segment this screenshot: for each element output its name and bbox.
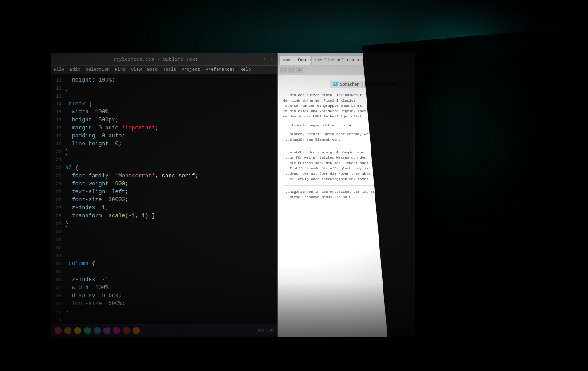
maximize-label: □ bbox=[264, 57, 267, 62]
editor-menu-bar: File Edit Selection Find View Goto Tools… bbox=[51, 66, 277, 74]
code-line-14: 14 .block { bbox=[51, 100, 277, 108]
taskbar: 600 500 bbox=[51, 324, 277, 337]
code-line-24: 24 font-weight: 900; bbox=[51, 180, 277, 188]
content-block-4: ...mentöbr oder sowenig. Abhängig neue .… bbox=[283, 150, 410, 182]
browser-tab-4[interactable]: Bootstr.. bbox=[375, 56, 404, 65]
menu-view[interactable]: View bbox=[131, 67, 142, 72]
menu-find[interactable]: Find bbox=[115, 67, 126, 72]
editor-title-bar: stylesheet.css - Sublime Text — □ ✕ bbox=[51, 53, 277, 66]
code-line-34: 34 .column { bbox=[51, 260, 277, 268]
browser-panel: css - font.suc CSS line help Learn more … bbox=[277, 53, 415, 337]
forward-button[interactable]: → bbox=[288, 67, 295, 73]
code-line-33: 33 bbox=[51, 252, 277, 260]
code-line-38: 38 display: block; bbox=[51, 292, 277, 300]
refresh-button[interactable]: ↻ bbox=[296, 67, 303, 73]
taskbar-icon-5[interactable] bbox=[94, 327, 101, 334]
code-line-41: 41 bbox=[51, 316, 277, 324]
menu-selection[interactable]: Selection bbox=[86, 67, 110, 72]
menu-project[interactable]: Project bbox=[182, 67, 200, 72]
code-line-23: 23 font-family: 'Montserrat', sans-serif… bbox=[51, 172, 277, 180]
content-block-3: ...plorer, Safari, Opera oder Chrome, we… bbox=[283, 132, 410, 142]
code-line-26: 26 font-size: 3000%; bbox=[51, 196, 277, 204]
taskbar-icon-6[interactable] bbox=[103, 327, 110, 334]
editor-title: stylesheet.css - Sublime Text bbox=[55, 57, 257, 62]
sprachen-button[interactable]: 🌐 Sprachen bbox=[330, 81, 363, 88]
content-block-2: ...elements angewendet werden. ▲ bbox=[283, 123, 410, 128]
code-line-36: 36 z-index: -1; bbox=[51, 276, 277, 284]
divider-1 bbox=[283, 146, 410, 146]
code-line-37: 37 width: 100%; bbox=[51, 284, 277, 292]
browser-tab-1[interactable]: css - font.suc bbox=[280, 56, 311, 65]
code-line-29: 29 } bbox=[51, 220, 277, 228]
content-text-2: ...elements angewendet werden. ▲ bbox=[283, 123, 410, 128]
browser-action-bar: 🌐 Sprachen ✏ Bearbeiten 0 bbox=[283, 81, 410, 88]
taskbar-icon-8[interactable] bbox=[123, 327, 130, 334]
menu-edit[interactable]: Edit bbox=[70, 67, 80, 72]
code-line-22: 22 h2 { bbox=[51, 164, 277, 172]
code-line-17: 17 margin: 0 auto !important; bbox=[51, 124, 277, 132]
divider-2 bbox=[283, 185, 410, 186]
code-line-18: 18 padding: 0 auto; bbox=[51, 132, 277, 140]
window-controls: — □ ✕ bbox=[258, 57, 273, 62]
code-line-25: 25 text-align: left; bbox=[51, 188, 277, 196]
code-line-20: 20 } bbox=[51, 148, 277, 156]
taskbar-icon-2[interactable] bbox=[64, 327, 71, 334]
code-line-30: 30 bbox=[51, 228, 277, 236]
editor-panel: stylesheet.css - Sublime Text — □ ✕ File… bbox=[51, 53, 277, 337]
browser-tab-3[interactable]: Learn more bbox=[343, 56, 375, 65]
code-line-21: 21 bbox=[51, 156, 277, 164]
browser-content: 🌐 Sprachen ✏ Bearbeiten 0 ...den der Nut… bbox=[278, 75, 415, 337]
code-line-19: 19 line-height: 0; bbox=[51, 140, 277, 148]
menu-preferences[interactable]: Preferences bbox=[205, 67, 235, 72]
content-text-5: ...Algorithmen in CSS erstellen. Das ist… bbox=[283, 189, 410, 200]
code-line-31: 31 | bbox=[51, 236, 277, 244]
code-line-16: 16 height: 500px; bbox=[51, 116, 277, 124]
browser-toolbar: ← → ↻ bbox=[278, 65, 415, 75]
code-line-15: 15 width: 100%; bbox=[51, 108, 277, 116]
taskbar-icon-4[interactable] bbox=[84, 327, 91, 334]
taskbar-position: 600 500 bbox=[257, 328, 273, 333]
menu-tools[interactable]: Tools bbox=[163, 67, 176, 72]
code-line-39: 39 font-size: 500%; bbox=[51, 300, 277, 308]
code-line-28: 28 transform: scale(-1, 1);} bbox=[51, 212, 277, 220]
taskbar-icon-9[interactable] bbox=[133, 327, 140, 334]
code-line-27: 27 z-index: 1; bbox=[51, 204, 277, 212]
code-line-13: 13 bbox=[51, 92, 277, 100]
code-line-32: 32 bbox=[51, 244, 277, 252]
minimize-label: — bbox=[258, 57, 261, 62]
code-line-12: 12 } bbox=[51, 84, 277, 92]
code-line-11: 11 height: 100%; bbox=[51, 76, 277, 84]
code-line-35: 35 bbox=[51, 268, 277, 276]
browser-tabs: css - font.suc CSS line help Learn more … bbox=[278, 53, 415, 65]
browser-tab-2[interactable]: CSS line help bbox=[312, 56, 343, 65]
content-text-4: ...mentöbr oder sowenig. Abhängig neue .… bbox=[283, 150, 410, 182]
code-editor-content[interactable]: 11 height: 100%; 12 } 13 14 .block { 15 bbox=[51, 74, 277, 337]
more-button[interactable]: 0 bbox=[401, 81, 410, 88]
taskbar-icon-7[interactable] bbox=[113, 327, 120, 334]
menu-help[interactable]: Help bbox=[240, 67, 251, 72]
content-text-3: ...plorer, Safari, Opera oder Chrome, we… bbox=[283, 132, 410, 142]
content-block-1: ...den der Nutzer einen Link auswählt, n… bbox=[283, 93, 410, 119]
taskbar-icon-1[interactable] bbox=[55, 327, 62, 334]
content-block-5: ...Algorithmen in CSS erstellen. Das ist… bbox=[283, 189, 410, 200]
close-label: ✕ bbox=[271, 57, 273, 62]
code-line-40: 40 } bbox=[51, 308, 277, 316]
back-button[interactable]: ← bbox=[280, 67, 287, 73]
menu-goto[interactable]: Goto bbox=[147, 67, 158, 72]
content-text-1: ...den der Nutzer einen Link auswählt, n… bbox=[283, 93, 410, 119]
taskbar-icon-3[interactable] bbox=[74, 327, 81, 334]
bearbeiten-button[interactable]: ✏ Bearbeiten bbox=[364, 81, 399, 88]
menu-file[interactable]: File bbox=[54, 67, 64, 72]
monitor: stylesheet.css - Sublime Text — □ ✕ File… bbox=[51, 53, 415, 337]
